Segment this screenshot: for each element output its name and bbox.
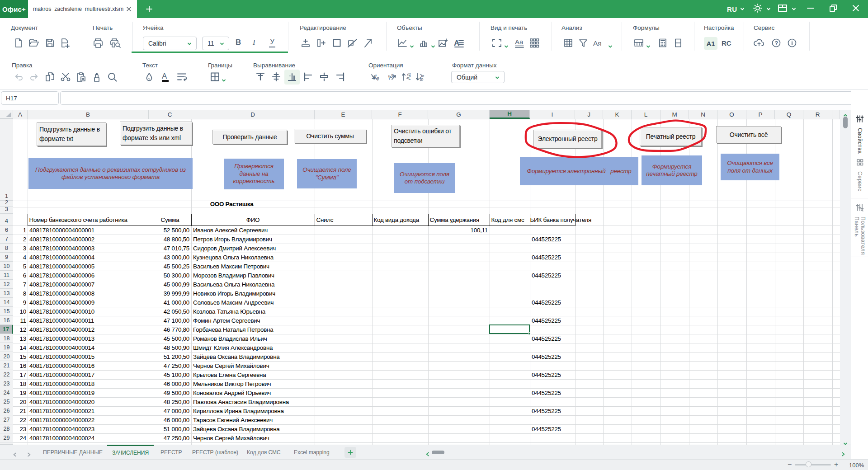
frame-button[interactable] (331, 37, 343, 49)
calculator-button[interactable] (657, 37, 669, 49)
row-header-4[interactable]: 4 (0, 214, 13, 226)
cell-account[interactable]: 40817810000004000015 (28, 352, 148, 361)
row-header-12[interactable]: 12 (0, 280, 13, 289)
cell-account[interactable]: 40817810000004000002 (28, 235, 148, 244)
row-header-27[interactable]: 27 (0, 415, 13, 424)
formula-input[interactable] (60, 91, 867, 105)
cell-name[interactable]: Павлова Анастасия Владимировна (192, 398, 314, 406)
cell-sum[interactable]: 45 500,25 (149, 262, 191, 271)
a1-reference-style-button[interactable]: A1 (704, 37, 717, 50)
column-header-K[interactable]: K (603, 110, 632, 119)
cell-account[interactable]: 40817810000004000021 (28, 407, 148, 415)
format-painter-button[interactable] (91, 71, 103, 83)
row-header-28[interactable]: 28 (0, 424, 13, 433)
row-header-16[interactable]: 16 (0, 316, 13, 325)
clear-sums-button[interactable]: Очистить суммы (294, 129, 366, 143)
cell-bik[interactable]: 044525225 (530, 316, 575, 325)
cell-sum[interactable]: 46 770,80 (149, 325, 191, 334)
vertical-scroll-thumb[interactable] (843, 117, 848, 128)
cut-button[interactable] (60, 71, 71, 83)
zoom-out-button[interactable]: − (788, 461, 792, 469)
row-header-24[interactable]: 24 (0, 388, 13, 397)
clear-highlight-errors-button[interactable]: Очистить ошибки отподсветки (391, 125, 460, 147)
cell-account[interactable]: 40817810000004000022 (28, 416, 148, 424)
align-bottom-button[interactable] (286, 71, 298, 83)
cell-name[interactable]: Чернов Сергей Михайлович (192, 434, 314, 442)
window-layout-selector[interactable] (777, 0, 796, 18)
column-header-I[interactable]: I (530, 110, 575, 119)
cell-name[interactable]: Соловьев Максим Андреевич (192, 298, 314, 307)
column-header-M[interactable]: M (660, 110, 689, 119)
save-as-button[interactable] (59, 37, 71, 49)
cell-sum[interactable]: 52 500,00 (149, 226, 191, 235)
rotate-up-button[interactable]: Aa (386, 71, 397, 83)
cell-index[interactable]: 20 (14, 398, 27, 406)
cell-sum[interactable]: 39 999,99 (149, 289, 191, 298)
vertical-scrollbar[interactable] (840, 110, 851, 445)
cell-account[interactable]: 40817810000004000013 (28, 334, 148, 343)
cell-name[interactable]: Горбачева Наталья Петровна (192, 325, 314, 334)
cell-account[interactable]: 40817810000004000023 (28, 425, 148, 433)
column-header-E[interactable]: E (315, 110, 372, 119)
copy-button[interactable] (44, 71, 56, 83)
cell-account[interactable]: 40817810000004000014 (28, 343, 148, 352)
cell-sum[interactable]: 49 500,00 (149, 389, 191, 397)
cell-index[interactable]: 7 (14, 280, 27, 289)
column-header-R[interactable]: R (803, 110, 832, 119)
cell-index[interactable]: 3 (14, 244, 27, 253)
sheet-nav-right-icon[interactable] (27, 451, 31, 459)
column-header-Q[interactable]: Q (775, 110, 803, 119)
borders-button[interactable] (209, 71, 221, 83)
line-chart-button[interactable] (396, 37, 408, 49)
cell-bik[interactable]: 044525225 (530, 389, 575, 397)
open-folder-button[interactable] (28, 37, 40, 49)
row-header-21[interactable]: 21 (0, 361, 13, 370)
cell-index[interactable]: 18 (14, 380, 27, 388)
column-header-H[interactable]: H (490, 110, 530, 119)
cell-name[interactable]: Романов Владислав Ильич (192, 334, 314, 343)
print-preview-button[interactable] (109, 37, 121, 49)
wrap-text-button[interactable] (176, 71, 188, 83)
insert-row-button[interactable] (300, 37, 311, 49)
table-header-account[interactable]: Номер банковского счета работника (28, 214, 149, 226)
undo-button[interactable] (13, 71, 24, 83)
cell-account[interactable]: 40817810000004000001 (28, 226, 148, 235)
column-header-O[interactable]: O (717, 110, 746, 119)
cell-index[interactable]: 5 (14, 262, 27, 271)
zoom-slider-track[interactable] (795, 464, 831, 465)
column-header-C[interactable]: C (149, 110, 191, 119)
cell-name[interactable]: Зайцева Оксана Владимировна (192, 425, 314, 433)
row-header-29[interactable]: 29 (0, 433, 13, 442)
document-close-icon[interactable] (125, 5, 132, 13)
merge-cells-button[interactable] (346, 37, 358, 49)
cell-index[interactable]: 11 (14, 316, 27, 325)
add-sheet-button[interactable] (344, 447, 356, 458)
cell-sum[interactable]: 51 000,00 (149, 425, 191, 433)
cell-index[interactable]: 1 (14, 226, 27, 235)
side-tab-user-panel[interactable]: ПанельПользователя (851, 198, 868, 257)
cell-account[interactable]: 40817810000004000009 (28, 298, 148, 307)
restore-button[interactable] (828, 0, 838, 18)
name-manager-button[interactable] (672, 37, 684, 49)
cell-account[interactable]: 40817810000004000017 (28, 371, 148, 379)
row-header-10[interactable]: 10 (0, 262, 13, 271)
cell-name[interactable]: Коновалов Андрей Юрьевич (192, 389, 314, 397)
cell-name[interactable]: Мельников Виктор Петрович (192, 380, 314, 388)
row-header-7[interactable]: 7 (0, 235, 13, 244)
horizontal-scroll-thumb[interactable] (432, 451, 444, 454)
side-tab-properties[interactable]: Свойства (851, 110, 868, 153)
italic-button[interactable]: I (253, 38, 255, 47)
insert-column-button[interactable] (315, 37, 327, 49)
cell-account[interactable]: 40817810000004000003 (28, 244, 148, 253)
cell-name[interactable]: Козлова Татьяна Юрьевна (192, 307, 314, 316)
column-header-F[interactable]: F (372, 110, 428, 119)
row-header-14[interactable]: 14 (0, 298, 13, 307)
print-button[interactable] (92, 37, 104, 49)
filter-button[interactable] (577, 37, 589, 49)
cell-name[interactable]: Крылова Елена Сергеевна (192, 371, 314, 379)
cell-sum[interactable]: 50 300,00 (149, 271, 191, 280)
cell-index[interactable]: 22 (14, 416, 27, 424)
cell-name[interactable]: Шмидт Юлия Александровна (192, 343, 314, 352)
print-registry-button[interactable]: Печатный реестр (640, 127, 702, 146)
company-title-cell[interactable]: ООО Растишка (149, 201, 315, 207)
